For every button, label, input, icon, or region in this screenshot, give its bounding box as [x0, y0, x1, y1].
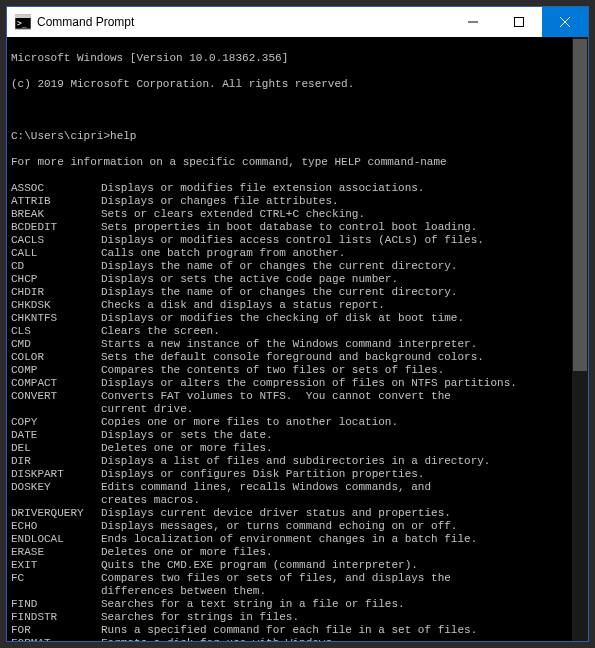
command-desc: Runs a specified command for each file i… — [101, 624, 584, 637]
command-desc: Compares two files or sets of files, and… — [101, 572, 584, 585]
command-name: CHKNTFS — [11, 312, 101, 325]
command-row: DATEDisplays or sets the date. — [11, 429, 584, 442]
command-row: ERASEDeletes one or more files. — [11, 546, 584, 559]
command-row: CHKNTFSDisplays or modifies the checking… — [11, 312, 584, 325]
command-desc: Displays or configures Disk Partition pr… — [101, 468, 584, 481]
command-desc-cont: current drive. — [11, 403, 584, 416]
command-list: ASSOCDisplays or modifies file extension… — [11, 182, 584, 641]
command-name: ENDLOCAL — [11, 533, 101, 546]
command-row: CHKDSKChecks a disk and displays a statu… — [11, 299, 584, 312]
scrollbar-thumb[interactable] — [573, 39, 587, 371]
command-name: CHCP — [11, 273, 101, 286]
command-name: CMD — [11, 338, 101, 351]
command-row: CDDisplays the name of or changes the cu… — [11, 260, 584, 273]
command-row: CONVERTConverts FAT volumes to NTFS. You… — [11, 390, 584, 403]
command-name: FOR — [11, 624, 101, 637]
command-desc: Quits the CMD.EXE program (command inter… — [101, 559, 584, 572]
prompt-line: C:\Users\cipri>help — [11, 130, 584, 143]
command-desc: Calls one batch program from another. — [101, 247, 584, 260]
command-name: CALL — [11, 247, 101, 260]
command-row: FORRuns a specified command for each fil… — [11, 624, 584, 637]
command-row: CHCPDisplays or sets the active code pag… — [11, 273, 584, 286]
command-name: COMPACT — [11, 377, 101, 390]
command-name: DEL — [11, 442, 101, 455]
command-row: DIRDisplays a list of files and subdirec… — [11, 455, 584, 468]
command-name: BCDEDIT — [11, 221, 101, 234]
command-row: FINDSearches for a text string in a file… — [11, 598, 584, 611]
command-row: CHDIRDisplays the name of or changes the… — [11, 286, 584, 299]
command-name: FIND — [11, 598, 101, 611]
command-row: CACLSDisplays or modifies access control… — [11, 234, 584, 247]
maximize-button[interactable] — [496, 7, 542, 37]
prompt-command: help — [110, 130, 136, 142]
command-name: DIR — [11, 455, 101, 468]
command-row: BCDEDITSets properties in boot database … — [11, 221, 584, 234]
command-desc: Converts FAT volumes to NTFS. You cannot… — [101, 390, 584, 403]
command-desc: Displays or sets the active code page nu… — [101, 273, 584, 286]
command-prompt-window: >_ Command Prompt Microsoft Windows [Ver… — [6, 6, 589, 642]
command-desc: Displays or modifies file extension asso… — [101, 182, 584, 195]
blank-line — [11, 104, 584, 117]
command-desc: Displays or changes file attributes. — [101, 195, 584, 208]
window-controls — [450, 7, 588, 37]
command-row: EXITQuits the CMD.EXE program (command i… — [11, 559, 584, 572]
command-row: CALLCalls one batch program from another… — [11, 247, 584, 260]
command-name: FC — [11, 572, 101, 585]
command-name: COPY — [11, 416, 101, 429]
command-row: DISKPARTDisplays or configures Disk Part… — [11, 468, 584, 481]
command-row: COLORSets the default console foreground… — [11, 351, 584, 364]
minimize-button[interactable] — [450, 7, 496, 37]
command-row: ATTRIBDisplays or changes file attribute… — [11, 195, 584, 208]
os-version: Microsoft Windows [Version 10.0.18362.35… — [11, 52, 584, 65]
prompt-path: C:\Users\cipri> — [11, 130, 110, 142]
help-intro: For more information on a specific comma… — [11, 156, 584, 169]
command-desc: Compares the contents of two files or se… — [101, 364, 584, 377]
command-row: FINDSTRSearches for strings in files. — [11, 611, 584, 624]
command-desc: Searches for strings in files. — [101, 611, 584, 624]
command-name: DOSKEY — [11, 481, 101, 494]
scrollbar[interactable] — [572, 37, 588, 641]
command-name: DISKPART — [11, 468, 101, 481]
command-name: CONVERT — [11, 390, 101, 403]
command-desc: Clears the screen. — [101, 325, 584, 338]
command-row: FORMATFormats a disk for use with Window… — [11, 637, 584, 641]
command-row: DRIVERQUERYDisplays current device drive… — [11, 507, 584, 520]
command-desc: Starts a new instance of the Windows com… — [101, 338, 584, 351]
command-row: FCCompares two files or sets of files, a… — [11, 572, 584, 585]
svg-rect-4 — [515, 18, 524, 27]
command-desc: Sets the default console foreground and … — [101, 351, 584, 364]
svg-rect-1 — [15, 15, 31, 18]
command-name: EXIT — [11, 559, 101, 572]
command-desc: Displays the name of or changes the curr… — [101, 286, 584, 299]
command-row: DELDeletes one or more files. — [11, 442, 584, 455]
close-button[interactable] — [542, 7, 588, 37]
command-name: BREAK — [11, 208, 101, 221]
command-desc: Deletes one or more files. — [101, 442, 584, 455]
command-name: DATE — [11, 429, 101, 442]
command-desc: Ends localization of environment changes… — [101, 533, 584, 546]
command-name: ECHO — [11, 520, 101, 533]
command-name: DRIVERQUERY — [11, 507, 101, 520]
command-row: COPYCopies one or more files to another … — [11, 416, 584, 429]
command-desc: Sets or clears extended CTRL+C checking. — [101, 208, 584, 221]
command-name: FORMAT — [11, 637, 101, 641]
command-name: FINDSTR — [11, 611, 101, 624]
command-desc: Edits command lines, recalls Windows com… — [101, 481, 584, 494]
command-row: COMPACTDisplays or alters the compressio… — [11, 377, 584, 390]
command-name: ASSOC — [11, 182, 101, 195]
command-row: DOSKEYEdits command lines, recalls Windo… — [11, 481, 584, 494]
command-name: COMP — [11, 364, 101, 377]
command-desc: Displays a list of files and subdirector… — [101, 455, 584, 468]
command-desc: Displays messages, or turns command echo… — [101, 520, 584, 533]
copyright: (c) 2019 Microsoft Corporation. All righ… — [11, 78, 584, 91]
terminal-output[interactable]: Microsoft Windows [Version 10.0.18362.35… — [7, 37, 588, 641]
command-name: COLOR — [11, 351, 101, 364]
command-desc: Displays or alters the compression of fi… — [101, 377, 584, 390]
titlebar[interactable]: >_ Command Prompt — [7, 7, 588, 37]
command-name: CLS — [11, 325, 101, 338]
svg-text:>_: >_ — [17, 19, 27, 28]
command-desc: Checks a disk and displays a status repo… — [101, 299, 584, 312]
command-row: CMDStarts a new instance of the Windows … — [11, 338, 584, 351]
command-desc: Displays or sets the date. — [101, 429, 584, 442]
command-desc: Formats a disk for use with Windows. — [101, 637, 584, 641]
